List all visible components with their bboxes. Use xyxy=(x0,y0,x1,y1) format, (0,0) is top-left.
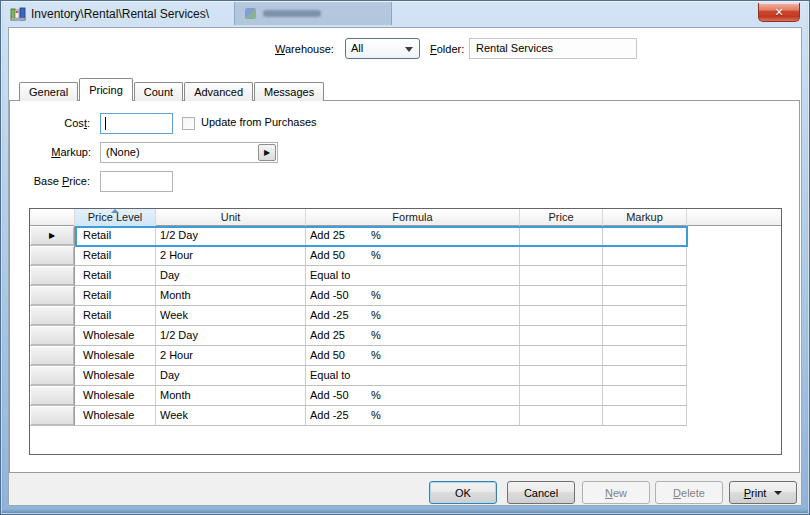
cell-price[interactable] xyxy=(520,266,603,286)
cell-unit[interactable]: Day xyxy=(156,266,306,286)
warehouse-select[interactable]: All xyxy=(345,38,420,59)
table-row[interactable]: WholesaleWeekAdd -25% xyxy=(30,406,781,426)
markup-select[interactable]: (None) ▶ xyxy=(100,142,278,163)
cell-filler[interactable] xyxy=(687,326,781,346)
cell-unit[interactable]: Day xyxy=(156,366,306,386)
cell-formula[interactable]: Add 25% xyxy=(306,226,520,246)
cell-filler[interactable] xyxy=(687,346,781,366)
cell-markup[interactable] xyxy=(603,286,687,306)
cell-price[interactable] xyxy=(520,326,603,346)
cell-price-level[interactable]: Wholesale xyxy=(75,366,156,386)
cancel-button[interactable]: Cancel xyxy=(507,481,575,504)
tab-count[interactable]: Count xyxy=(134,82,183,101)
cost-input[interactable] xyxy=(100,113,173,134)
cell-unit[interactable]: Week xyxy=(156,406,306,426)
cell-price-level[interactable]: Wholesale xyxy=(75,386,156,406)
table-row[interactable]: Wholesale1/2 DayAdd 25% xyxy=(30,326,781,346)
cell-price[interactable] xyxy=(520,386,603,406)
table-row[interactable]: ▶Retail1/2 DayAdd 25% xyxy=(30,226,781,246)
cell-formula[interactable]: Equal to xyxy=(306,366,520,386)
cell-price-level[interactable]: Wholesale xyxy=(75,406,156,426)
cell-formula[interactable]: Add -25% xyxy=(306,306,520,326)
cell-filler[interactable] xyxy=(687,266,781,286)
table-row[interactable]: Wholesale2 HourAdd 50% xyxy=(30,346,781,366)
cell-markup[interactable] xyxy=(603,326,687,346)
column-header-price[interactable]: Price xyxy=(520,209,603,226)
cell-markup[interactable] xyxy=(603,306,687,326)
tab-advanced[interactable]: Advanced xyxy=(184,82,253,101)
cell-filler[interactable] xyxy=(687,386,781,406)
ok-button[interactable]: OK xyxy=(429,481,497,504)
markup-flyout-button[interactable]: ▶ xyxy=(258,144,276,161)
cell-unit[interactable]: 1/2 Day xyxy=(156,326,306,346)
cell-price[interactable] xyxy=(520,286,603,306)
cell-price[interactable] xyxy=(520,226,603,246)
row-selector[interactable] xyxy=(30,366,75,386)
cell-filler[interactable] xyxy=(687,406,781,426)
cell-price-level[interactable]: Wholesale xyxy=(75,346,156,366)
row-selector[interactable] xyxy=(30,326,75,346)
cell-formula[interactable]: Add -50% xyxy=(306,286,520,306)
cell-formula[interactable]: Add -25% xyxy=(306,406,520,426)
row-selector[interactable] xyxy=(30,346,75,366)
column-header-unit[interactable]: Unit xyxy=(156,209,306,226)
cell-formula[interactable]: Add 25% xyxy=(306,326,520,346)
folder-field[interactable]: Rental Services xyxy=(469,38,637,59)
title-bar[interactable]: Inventory\Rental\Rental Services\ ✕ xyxy=(1,1,809,27)
cell-markup[interactable] xyxy=(603,386,687,406)
table-row[interactable]: Retail2 HourAdd 50% xyxy=(30,246,781,266)
row-selector[interactable] xyxy=(30,306,75,326)
cell-unit[interactable]: Week xyxy=(156,306,306,326)
cell-unit[interactable]: Month xyxy=(156,386,306,406)
cell-price-level[interactable]: Retail xyxy=(75,246,156,266)
tab-general[interactable]: General xyxy=(19,82,78,101)
cell-price-level[interactable]: Retail xyxy=(75,226,156,246)
cell-price[interactable] xyxy=(520,406,603,426)
tab-messages[interactable]: Messages xyxy=(254,82,324,101)
column-header-markup[interactable]: Markup xyxy=(603,209,687,226)
cell-price-level[interactable]: Retail xyxy=(75,266,156,286)
tab-pricing[interactable]: Pricing xyxy=(79,78,133,101)
cell-markup[interactable] xyxy=(603,226,687,246)
cell-price-level[interactable]: Retail xyxy=(75,306,156,326)
row-selector[interactable] xyxy=(30,406,75,426)
row-selector[interactable] xyxy=(30,246,75,266)
cell-formula[interactable]: Add 50% xyxy=(306,246,520,266)
cell-markup[interactable] xyxy=(603,366,687,386)
table-row[interactable]: WholesaleMonthAdd -50% xyxy=(30,386,781,406)
cell-markup[interactable] xyxy=(603,266,687,286)
close-button[interactable]: ✕ xyxy=(758,3,800,22)
cell-filler[interactable] xyxy=(687,286,781,306)
cell-formula[interactable]: Add 50% xyxy=(306,346,520,366)
table-row[interactable]: WholesaleDayEqual to xyxy=(30,366,781,386)
print-button[interactable]: Print xyxy=(729,481,797,504)
table-row[interactable]: RetailMonthAdd -50% xyxy=(30,286,781,306)
new-button[interactable]: New xyxy=(582,481,650,504)
row-selector[interactable] xyxy=(30,286,75,306)
cell-formula[interactable]: Equal to xyxy=(306,266,520,286)
row-selector[interactable]: ▶ xyxy=(30,226,75,246)
cell-unit[interactable]: 2 Hour xyxy=(156,346,306,366)
cell-price-level[interactable]: Retail xyxy=(75,286,156,306)
base-price-input[interactable] xyxy=(100,171,173,192)
column-header-price-level[interactable]: Price Level xyxy=(75,209,156,226)
row-selector[interactable] xyxy=(30,386,75,406)
cell-price[interactable] xyxy=(520,246,603,266)
row-selector[interactable] xyxy=(30,266,75,286)
cell-filler[interactable] xyxy=(687,226,781,246)
delete-button[interactable]: Delete xyxy=(655,481,723,504)
cell-filler[interactable] xyxy=(687,306,781,326)
cell-markup[interactable] xyxy=(603,346,687,366)
column-header-formula[interactable]: Formula xyxy=(306,209,520,226)
update-from-purchases-checkbox[interactable] xyxy=(182,117,195,130)
cell-price[interactable] xyxy=(520,346,603,366)
table-row[interactable]: RetailWeekAdd -25% xyxy=(30,306,781,326)
cell-markup[interactable] xyxy=(603,406,687,426)
cell-formula[interactable]: Add -50% xyxy=(306,386,520,406)
cell-unit[interactable]: 1/2 Day xyxy=(156,226,306,246)
cell-unit[interactable]: Month xyxy=(156,286,306,306)
cell-price[interactable] xyxy=(520,366,603,386)
table-row[interactable]: RetailDayEqual to xyxy=(30,266,781,286)
cell-unit[interactable]: 2 Hour xyxy=(156,246,306,266)
cell-filler[interactable] xyxy=(687,366,781,386)
